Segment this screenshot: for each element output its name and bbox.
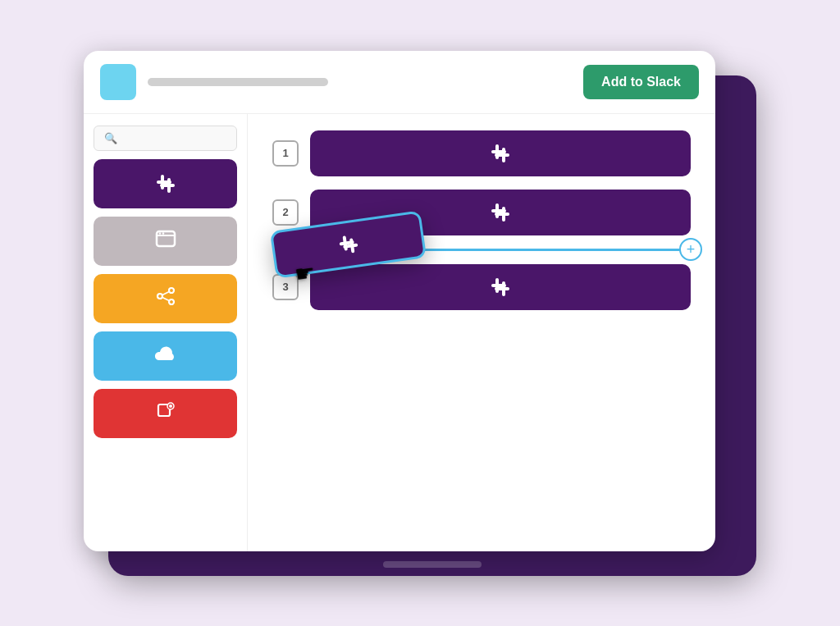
search-icon: 🔍 <box>104 132 117 144</box>
svg-rect-18 <box>491 150 506 153</box>
dragged-slack-icon <box>335 231 363 258</box>
slack-tile[interactable] <box>94 159 237 208</box>
connector-plus-button[interactable]: + <box>679 238 702 261</box>
svg-rect-22 <box>491 209 506 212</box>
step-number-1: 1 <box>272 140 299 167</box>
svg-point-9 <box>169 288 174 293</box>
browser-tile[interactable] <box>94 217 237 266</box>
svg-point-7 <box>162 232 163 234</box>
source-icon <box>154 285 177 313</box>
svg-line-11 <box>162 291 169 295</box>
step-row-3: 3 <box>272 264 691 310</box>
step1-slack-icon <box>488 141 513 166</box>
svg-point-6 <box>158 232 160 234</box>
cursor-hand-icon: ☚ <box>293 258 317 288</box>
main-screen: Add to Slack 🔍 <box>84 51 715 551</box>
browser-icon <box>154 227 177 255</box>
screen-header: Add to Slack <box>84 51 715 114</box>
step-card-1[interactable] <box>310 130 691 176</box>
svg-rect-23 <box>495 212 509 216</box>
header-avatar <box>100 64 136 100</box>
source-tile[interactable] <box>94 274 237 323</box>
step-card-3[interactable] <box>310 264 691 310</box>
outer-wrapper: Add to Slack 🔍 <box>84 51 756 576</box>
step-row-1: 1 <box>272 130 691 176</box>
search-bar[interactable]: 🔍 <box>94 126 237 151</box>
add-to-slack-button[interactable]: Add to Slack <box>583 65 699 99</box>
svg-rect-3 <box>160 184 175 187</box>
svg-rect-2 <box>157 180 171 184</box>
svg-rect-26 <box>491 284 506 287</box>
svg-point-8 <box>158 294 162 299</box>
notify-tile[interactable] <box>94 389 237 438</box>
svg-rect-19 <box>495 153 509 157</box>
step2-slack-icon <box>488 200 513 225</box>
cloud-icon <box>153 345 178 368</box>
svg-point-15 <box>169 404 172 408</box>
svg-rect-27 <box>495 287 509 290</box>
slack-hash-icon <box>153 171 178 196</box>
svg-line-12 <box>162 297 169 300</box>
svg-point-10 <box>169 299 174 304</box>
cloud-tile[interactable] <box>94 331 237 381</box>
device-handle <box>383 561 482 568</box>
header-title-bar <box>148 78 328 86</box>
step-number-2: 2 <box>272 199 299 226</box>
right-panel: 1 2 <box>248 114 715 551</box>
left-panel: 🔍 <box>84 114 248 551</box>
notify-icon <box>155 400 176 426</box>
screen-body: 🔍 <box>84 114 715 551</box>
step3-slack-icon <box>488 275 513 299</box>
